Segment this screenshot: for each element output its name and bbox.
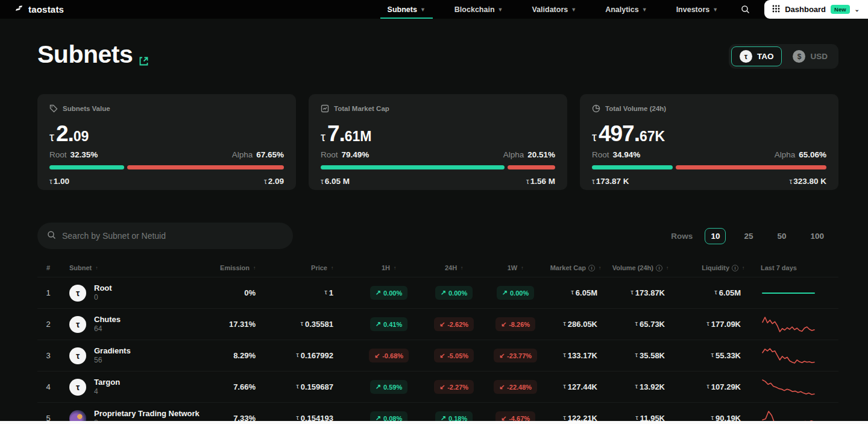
price-value: τ0.167992	[259, 351, 356, 360]
sort-arrow-icon: ↑	[666, 265, 668, 271]
sort-arrow-icon: ↑	[599, 265, 601, 271]
card-value: τ497.67K	[592, 121, 826, 147]
rows-option-50[interactable]: 50	[771, 228, 792, 244]
subnet-name[interactable]: Root	[94, 283, 112, 293]
root-value: τ6.05 M	[321, 177, 350, 186]
price-sparkline	[761, 378, 816, 396]
taostats-logo-icon	[15, 5, 24, 14]
tao-coin-icon: τ	[740, 50, 752, 63]
dashboard-button[interactable]: Dashboard New ⌄	[764, 0, 868, 19]
card-subnets-value: Subnets Value τ2.09 Root32.35% Alpha67.6…	[37, 94, 296, 190]
currency-toggle: τ TAO $ USD	[729, 44, 838, 69]
chevron-down-icon: ▼	[571, 7, 576, 13]
alpha-share: Alpha65.06%	[775, 150, 826, 159]
trend-arrow-icon	[502, 289, 508, 297]
nav-item-investors[interactable]: Investors▼	[662, 0, 733, 19]
col-header-volume[interactable]: Volume (24h)↑	[607, 264, 675, 271]
liquidity-value: τ107.29K	[675, 382, 750, 391]
table-header: # Subnet↑ Emission↑ Price↑ 1H↑ 24H↑ 1W↑ …	[37, 259, 838, 277]
change-badge-1w: -8.26%	[495, 317, 535, 331]
volume-value: τ35.58K	[607, 351, 675, 360]
subnets-table: # Subnet↑ Emission↑ Price↑ 1H↑ 24H↑ 1W↑ …	[37, 259, 838, 424]
trend-arrow-icon	[439, 383, 445, 391]
usd-coin-icon: $	[793, 50, 805, 63]
volume-value: τ13.92K	[607, 382, 675, 391]
nav-item-validators[interactable]: Validators▼	[517, 0, 591, 19]
liquidity-value: τ177.09K	[675, 320, 750, 329]
taostats-logo[interactable]: taostats	[0, 0, 64, 19]
trend-arrow-icon	[376, 320, 381, 328]
col-header-emission[interactable]: Emission↑	[187, 264, 259, 271]
search-icon	[47, 230, 56, 242]
chevron-down-icon: ▼	[498, 7, 503, 13]
toggle-usd[interactable]: $ USD	[784, 46, 836, 66]
rows-option-25[interactable]: 25	[738, 228, 759, 244]
toggle-tao[interactable]: τ TAO	[731, 46, 782, 66]
rows-option-100[interactable]: 100	[804, 228, 830, 244]
row-rank: 2	[37, 320, 59, 329]
change-badge-1w: -23.77%	[494, 349, 537, 362]
table-row-chutes[interactable]: 2 τ Chutes64 17.31% τ0.35581 0.41% -2.62…	[37, 308, 838, 340]
market-cap-value: τ133.17K	[544, 351, 607, 360]
col-header-24h[interactable]: 24H↑	[421, 264, 486, 271]
subnet-name[interactable]: Proprietary Trading Network	[94, 409, 187, 419]
alpha-value: τ323.80 K	[789, 177, 826, 186]
subnet-search[interactable]	[37, 223, 293, 249]
sort-arrow-icon: ↑	[742, 265, 744, 271]
liquidity-value: τ6.05M	[675, 288, 750, 297]
price-value: τ0.35581	[259, 320, 356, 329]
rows-option-10[interactable]: 10	[705, 228, 726, 244]
col-header-price[interactable]: Price↑	[259, 264, 356, 271]
search-input[interactable]	[62, 231, 283, 241]
subnet-name[interactable]: Chutes	[94, 315, 121, 324]
info-circle-icon	[656, 265, 662, 271]
col-header-liquidity[interactable]: Liquidity↑	[675, 264, 750, 271]
root-alpha-bar	[592, 165, 826, 169]
subnet-netuid: 56	[94, 356, 131, 365]
subnet-avatar: τ	[69, 285, 86, 302]
root-share: Root32.35%	[49, 150, 98, 159]
nav-item-subnets[interactable]: Subnets▼	[373, 0, 440, 19]
table-row-gradients[interactable]: 3 τ Gradients56 8.29% τ0.167992 -0.68% -…	[37, 340, 838, 371]
subnet-netuid: 4	[94, 387, 120, 396]
change-badge-1h: -0.68%	[369, 349, 409, 362]
sort-arrow-icon: ↑	[253, 265, 256, 271]
search-icon[interactable]	[732, 0, 758, 19]
nav-item-blockchain[interactable]: Blockchain▼	[440, 0, 518, 19]
trend-arrow-icon	[501, 320, 506, 328]
chevron-down-icon: ▼	[642, 7, 647, 13]
trend-arrow-icon	[374, 352, 380, 359]
subnet-avatar: τ	[69, 316, 86, 333]
market-cap-value: τ127.44K	[544, 382, 607, 391]
nav-item-analytics[interactable]: Analytics▼	[591, 0, 662, 19]
root-share: Root79.49%	[321, 150, 369, 159]
market-cap-value: τ286.05K	[544, 320, 607, 329]
col-header-1h[interactable]: 1H↑	[356, 264, 421, 271]
subnet-name[interactable]: Targon	[94, 378, 120, 387]
external-link-icon[interactable]	[139, 44, 149, 72]
bottom-strip	[0, 421, 868, 424]
col-header-last-7-days: Last 7 days	[750, 264, 838, 271]
subnet-name[interactable]: Gradients	[94, 346, 131, 356]
col-header-subnet[interactable]: Subnet↑	[59, 264, 187, 271]
table-row-targon[interactable]: 4 τ Targon4 7.66% τ0.159687 0.59% -2.27%…	[37, 371, 838, 402]
col-header-market-cap[interactable]: Market Cap↑	[544, 264, 607, 271]
price-value: τ1	[259, 288, 356, 297]
col-header-1w[interactable]: 1W↑	[486, 264, 544, 271]
emission-value: 7.66%	[187, 382, 259, 391]
subnet-avatar: τ	[69, 347, 86, 364]
pie-chart-icon	[592, 104, 600, 113]
new-badge: New	[831, 5, 850, 14]
change-badge-1h: 0.59%	[370, 380, 407, 394]
table-row-root[interactable]: 1 τ Root0 0% τ1 0.00% 0.00% 0.00% τ6.05M…	[37, 277, 838, 308]
price-sparkline	[761, 284, 816, 302]
sort-arrow-icon: ↑	[461, 265, 463, 271]
trend-arrow-icon	[376, 383, 381, 391]
sort-arrow-icon: ↑	[521, 265, 523, 271]
top-nav: taostats Subnets▼ Blockchain▼ Validators…	[0, 0, 868, 19]
row-rank: 1	[37, 288, 59, 297]
change-badge-1w: 0.00%	[497, 286, 534, 300]
trend-arrow-icon	[499, 383, 505, 391]
volume-value: τ65.73K	[607, 320, 675, 329]
trend-arrow-icon	[439, 352, 445, 359]
